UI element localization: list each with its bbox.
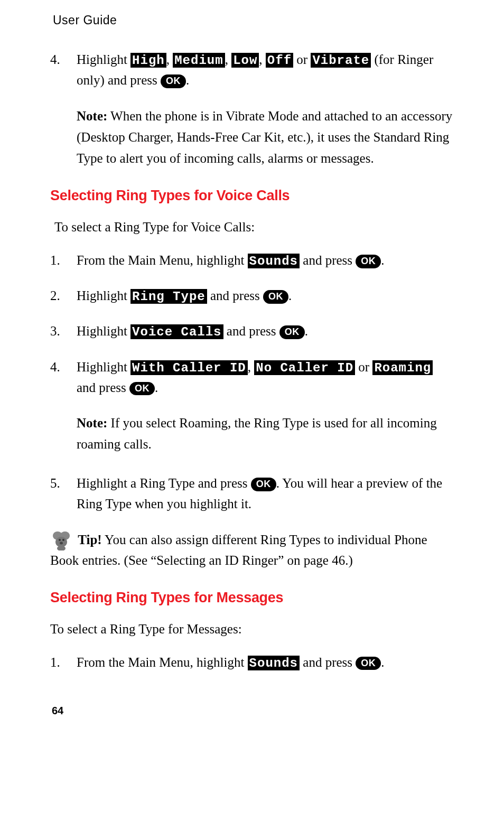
lcd-option: Sounds <box>248 254 300 268</box>
list-item: 5. Highlight a Ring Type and press OK. Y… <box>50 473 454 515</box>
svg-point-3 <box>59 539 61 541</box>
ok-button-icon: OK <box>263 290 288 304</box>
tip-label: Tip! <box>78 533 101 547</box>
ok-button-icon: OK <box>251 478 276 491</box>
svg-point-4 <box>62 539 64 541</box>
list-item: 4. Highlight With Caller ID, No Caller I… <box>50 357 454 398</box>
note-block: Note: If you select Roaming, the Ring Ty… <box>77 413 454 455</box>
ok-button-icon: OK <box>161 74 186 88</box>
list-number: 4. <box>50 357 77 398</box>
lcd-option: Medium <box>173 53 225 68</box>
lcd-option: No Caller ID <box>254 360 355 375</box>
list-body: Highlight High, Medium, Low, Off or Vibr… <box>77 50 454 91</box>
tip-text: You can also assign different Ring Types… <box>50 533 427 567</box>
intro-text: To select a Ring Type for Messages: <box>50 622 454 637</box>
ok-button-icon: OK <box>129 382 155 396</box>
list-number: 4. <box>50 50 77 91</box>
list-body: Highlight Ring Type and press OK. <box>77 286 454 306</box>
intro-text: To select a Ring Type for Voice Calls: <box>54 220 454 235</box>
note-text: When the phone is in Vibrate Mode and at… <box>77 109 452 165</box>
note-label: Note: <box>77 416 107 430</box>
section-heading: Selecting Ring Types for Voice Calls <box>50 188 454 204</box>
list-item: 3. Highlight Voice Calls and press OK. <box>50 321 454 342</box>
page-number: 64 <box>52 705 454 717</box>
list-number: 2. <box>50 286 77 306</box>
note-block: Note: When the phone is in Vibrate Mode … <box>77 106 454 169</box>
tip-block: Tip! You can also assign different Ring … <box>50 529 454 571</box>
list-item: 2. Highlight Ring Type and press OK. <box>50 286 454 306</box>
list-body: From the Main Menu, highlight Sounds and… <box>77 652 454 673</box>
lcd-option: Roaming <box>372 360 433 375</box>
running-header: User Guide <box>53 13 454 27</box>
lcd-option: Ring Type <box>130 289 207 304</box>
list-item: 1. From the Main Menu, highlight Sounds … <box>50 652 454 673</box>
lcd-option: Sounds <box>248 656 300 670</box>
list-body: Highlight With Caller ID, No Caller ID o… <box>77 357 454 398</box>
note-text: If you select Roaming, the Ring Type is … <box>77 416 437 451</box>
lcd-option: High <box>130 53 166 68</box>
lcd-option: Voice Calls <box>130 324 223 339</box>
svg-point-5 <box>60 542 63 544</box>
note-label: Note: <box>77 109 107 123</box>
list-body: Highlight a Ring Type and press OK. You … <box>77 473 454 515</box>
ok-button-icon: OK <box>279 325 305 339</box>
ok-button-icon: OK <box>356 657 381 670</box>
section-heading: Selecting Ring Types for Messages <box>50 590 454 606</box>
lcd-option: Low <box>231 53 259 68</box>
list-body: Highlight Voice Calls and press OK. <box>77 321 454 342</box>
list-number: 3. <box>50 321 77 342</box>
list-number: 1. <box>50 652 77 673</box>
lcd-option: With Caller ID <box>130 360 248 375</box>
lcd-option: Vibrate <box>311 53 371 68</box>
list-item: 4. Highlight High, Medium, Low, Off or V… <box>50 50 454 91</box>
list-item: 1. From the Main Menu, highlight Sounds … <box>50 250 454 271</box>
list-body: From the Main Menu, highlight Sounds and… <box>77 250 454 271</box>
lcd-option: Off <box>266 53 293 68</box>
user-guide-page: User Guide 4. Highlight High, Medium, Lo… <box>0 0 504 738</box>
tip-icon <box>50 529 71 550</box>
list-number: 5. <box>50 473 77 515</box>
list-number: 1. <box>50 250 77 271</box>
ok-button-icon: OK <box>356 255 381 268</box>
